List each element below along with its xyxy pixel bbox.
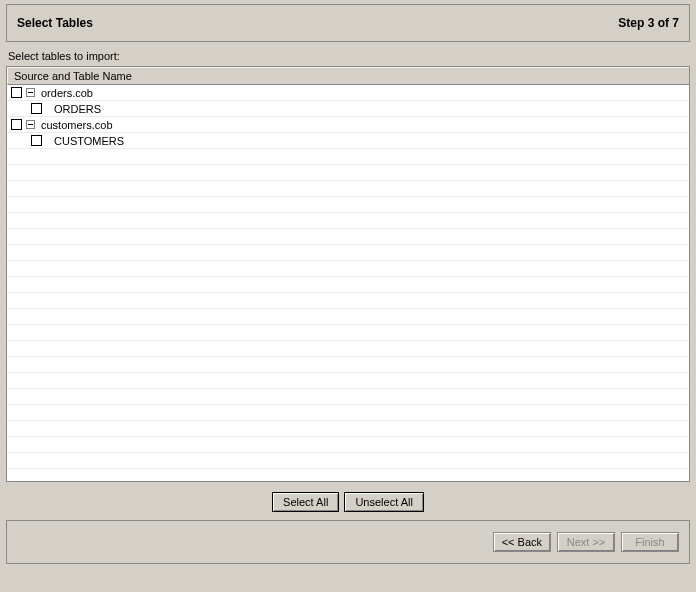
tables-list-frame: Source and Table Name orders.cobORDERScu… (6, 66, 690, 482)
empty-row (7, 309, 689, 325)
empty-row (7, 405, 689, 421)
row-checkbox[interactable] (31, 103, 42, 114)
wizard-header: Select Tables Step 3 of 7 (6, 4, 690, 42)
tree-row[interactable]: CUSTOMERS (7, 133, 689, 149)
page-title: Select Tables (17, 16, 93, 30)
back-button[interactable]: << Back (493, 532, 551, 552)
row-checkbox[interactable] (11, 87, 22, 98)
tree-row[interactable]: ORDERS (7, 101, 689, 117)
selection-buttons: Select All Unselect All (6, 482, 690, 520)
empty-row (7, 357, 689, 373)
unselect-all-button[interactable]: Unselect All (344, 492, 423, 512)
empty-row (7, 277, 689, 293)
instruction-label: Select tables to import: (8, 50, 688, 62)
empty-row (7, 165, 689, 181)
wizard-footer: << Back Next >> Finish (6, 520, 690, 564)
empty-row (7, 229, 689, 245)
empty-row (7, 181, 689, 197)
empty-row (7, 373, 689, 389)
empty-row (7, 389, 689, 405)
tree-label: orders.cob (41, 87, 93, 99)
row-checkbox[interactable] (31, 135, 42, 146)
column-header[interactable]: Source and Table Name (7, 67, 689, 85)
empty-row (7, 213, 689, 229)
empty-row (7, 421, 689, 437)
empty-row (7, 293, 689, 309)
finish-button: Finish (621, 532, 679, 552)
tree-label: ORDERS (54, 103, 101, 115)
empty-row (7, 197, 689, 213)
tree-row[interactable]: customers.cob (7, 117, 689, 133)
step-indicator: Step 3 of 7 (618, 16, 679, 30)
tree-body: orders.cobORDERScustomers.cobCUSTOMERS (7, 85, 689, 469)
empty-row (7, 245, 689, 261)
empty-row (7, 437, 689, 453)
select-all-button[interactable]: Select All (272, 492, 339, 512)
next-button: Next >> (557, 532, 615, 552)
empty-row (7, 261, 689, 277)
empty-row (7, 149, 689, 165)
collapse-icon[interactable] (26, 120, 35, 129)
tree-label: CUSTOMERS (54, 135, 124, 147)
collapse-icon[interactable] (26, 88, 35, 97)
tree-row[interactable]: orders.cob (7, 85, 689, 101)
row-checkbox[interactable] (11, 119, 22, 130)
tree-label: customers.cob (41, 119, 113, 131)
wizard-container: Select Tables Step 3 of 7 Select tables … (0, 0, 696, 592)
empty-row (7, 341, 689, 357)
empty-row (7, 453, 689, 469)
empty-row (7, 325, 689, 341)
